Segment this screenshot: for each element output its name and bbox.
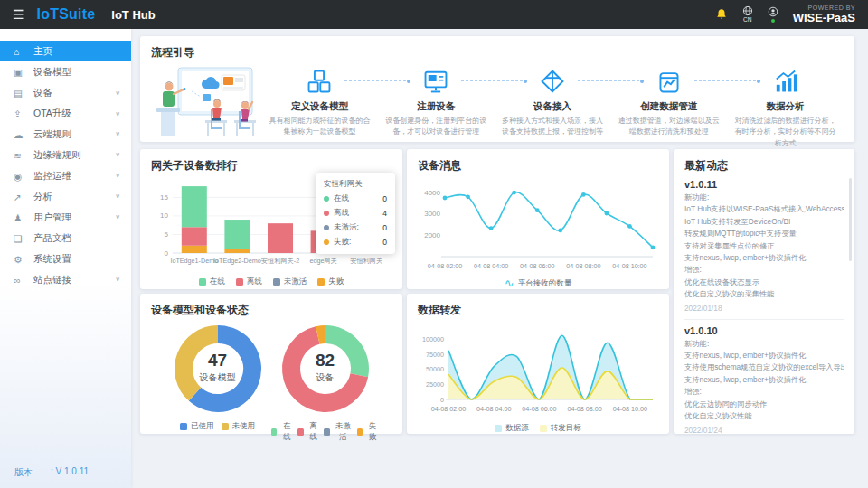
guide-step-desc: 通过数据管道，对边缘端以及云端数据进行清洗和预处理 [617, 116, 721, 138]
line-chart-title: 设备消息 [418, 158, 658, 174]
sidebar-item-边缘端规则[interactable]: ≋边缘端规则∨ [0, 145, 131, 165]
sidebar-item-label: 产品文档 [33, 232, 71, 245]
legend-swatch [273, 278, 280, 286]
legend-item[interactable]: 失败 [317, 277, 344, 287]
sidebar-item-云端规则[interactable]: ☁云端规则∨ [0, 124, 131, 145]
tooltip-row: 在线0 [324, 193, 387, 204]
sidebar-item-产品文档[interactable]: ❏产品文档 [0, 228, 131, 249]
sidebar-item-设备模型[interactable]: ▣设备模型 [0, 61, 131, 82]
tooltip-row: 失败:0 [324, 237, 387, 248]
model-icon: ▣ [14, 67, 33, 78]
model-donut-chart[interactable] [171, 322, 265, 416]
legend-item[interactable]: 离线 [297, 421, 319, 443]
legend-item[interactable]: 在线 [199, 277, 225, 287]
register-icon [384, 66, 488, 97]
legend-item[interactable]: 未使用 [222, 421, 256, 432]
legend-item[interactable]: 离线 [236, 277, 262, 287]
process-guide-card: 流程引导 [140, 36, 854, 142]
link-icon: ∞ [14, 275, 33, 286]
svg-text:3000: 3000 [424, 210, 440, 218]
guide-step-创建数据管道: 创建数据管道 通过数据管道，对边缘端以及云端数据进行清洗和预处理 [610, 66, 727, 149]
legend-label: 数据源 [505, 423, 529, 434]
tooltip-row: 离线4 [324, 208, 387, 219]
sidebar-item-分析[interactable]: ↗分析∨ [0, 186, 131, 207]
legend-label: 离线 [247, 277, 262, 287]
line-chart[interactable]: 20003000400004-08 02:0004-08 04:0004-08 … [418, 177, 658, 275]
cubes-icon [268, 66, 372, 97]
analysis-icon: ↗ [14, 192, 33, 202]
user-icon [768, 6, 778, 17]
news-line: 支持nexus, lwcp, ember+协议插件化 [684, 252, 844, 264]
sidebar-item-label: 云端规则 [33, 128, 71, 141]
home-icon: ⌂ [14, 46, 33, 57]
sidebar-item-设备[interactable]: ▤设备∨ [0, 82, 131, 103]
news-line: 支持使用schema规范自定义协议的excel导入导出 [684, 361, 844, 373]
legend-swatch [357, 428, 363, 436]
legend-label: 失败 [366, 421, 379, 443]
user-menu[interactable] [768, 6, 778, 23]
guide-step-title: 设备接入 [501, 100, 605, 113]
legend-item[interactable]: 未激活 [324, 421, 352, 443]
sidebar: ⌂主页▣设备模型▤设备∨⇪OTA升级∨☁云端规则∨≋边缘端规则∨◉监控运维∨↗分… [0, 29, 131, 488]
notifications-button[interactable] [715, 8, 728, 21]
language-switcher[interactable]: CN [742, 5, 753, 23]
monitor-icon: ◉ [14, 171, 33, 182]
area-chart-legend: 数据源转发目标 [418, 423, 658, 434]
news-line: 增强: [684, 386, 844, 398]
device-icon: ▤ [14, 88, 33, 99]
svg-text:100000: 100000 [422, 335, 444, 343]
svg-text:安恒利网关-2: 安恒利网关-2 [261, 257, 299, 265]
news-line: 支持对采集属性点位的修正 [684, 240, 844, 252]
pipeline-icon [617, 66, 721, 97]
sidebar-item-label: 系统设置 [33, 253, 71, 266]
svg-text:IoTEdge1-Demo: IoTEdge1-Demo [170, 257, 218, 265]
legend-swatch [317, 278, 325, 286]
svg-text:04-08 10:00: 04-08 10:00 [612, 262, 646, 270]
area-chart[interactable]: 025000500007500010000004-08 02:0004-08 0… [418, 322, 658, 419]
device-messages-card: 设备消息 20003000400004-08 02:0004-08 04:000… [407, 149, 669, 289]
hamburger-icon[interactable]: ☰ [13, 7, 24, 22]
gateway-ranking-card: 网关子设备数排行 051015IoTEdge1-DemoIoTEdge2-Dem… [140, 149, 402, 289]
data-forward-card: 数据转发 025000500007500010000004-08 02:0004… [407, 294, 669, 434]
scrollbar[interactable] [849, 178, 852, 261]
legend-item[interactable]: ∿ 平台接收的数量 [505, 278, 571, 289]
tooltip-row: 未激活:0 [324, 222, 387, 233]
sidebar-item-监控运维[interactable]: ◉监控运维∨ [0, 165, 131, 186]
chevron-down-icon: ∨ [115, 277, 120, 283]
legend-item[interactable]: 在线 [271, 421, 293, 443]
svg-text:25000: 25000 [426, 380, 444, 389]
legend-item[interactable]: 数据源 [495, 423, 529, 434]
model-donut-legend: 已使用未使用 [164, 421, 271, 432]
guide-step-desc: 对清洗过滤后的数据进行分析，有时序分析，实时分析等不同分析方式 [733, 116, 837, 149]
presentation-illustration [151, 64, 261, 142]
svg-text:04-08 06:00: 04-08 06:00 [522, 405, 556, 413]
legend-label: 在线 [280, 421, 293, 443]
sidebar-item-站点链接[interactable]: ∞站点链接∨ [0, 269, 131, 290]
legend-item[interactable]: 失败 [357, 421, 379, 443]
news-list: v1.0.11新功能:IoT Hub支持以WISE-PaaS格式接入,WebAc… [684, 179, 844, 434]
svg-text:0: 0 [165, 249, 169, 258]
sidebar-item-用户管理[interactable]: ♟用户管理∨ [0, 207, 131, 228]
legend-label: 失败 [328, 277, 344, 287]
device-donut-chart[interactable] [278, 322, 373, 416]
legend-label: 离线 [307, 421, 320, 443]
svg-text:5: 5 [165, 230, 169, 239]
legend-item[interactable]: 转发目标 [540, 423, 581, 434]
legend-label: 平台接收的数量 [518, 278, 572, 289]
sidebar-item-OTA升级[interactable]: ⇪OTA升级∨ [0, 103, 131, 124]
legend-item[interactable]: 未激活 [273, 277, 307, 287]
user-icon: ♟ [14, 212, 33, 223]
language-label: CN [743, 17, 751, 23]
svg-text:15: 15 [160, 193, 168, 202]
legend-item[interactable]: 已使用 [180, 421, 214, 432]
guide-step-title: 定义设备模型 [268, 100, 372, 113]
iot-hub-dashboard: ☰ IoTSuite IoT Hub CN [0, 0, 868, 488]
sidebar-item-系统设置[interactable]: ⚙系统设置 [0, 249, 131, 269]
guide-step-title: 数据分析 [733, 100, 837, 113]
news-line: 转发规则MQTT的topic中支持变量 [684, 228, 844, 239]
guide-step-desc: 具有相同能力或特征的设备的合集被称为一款设备模型 [268, 116, 372, 138]
access-icon [501, 66, 605, 97]
sidebar-item-主页[interactable]: ⌂主页 [0, 41, 131, 61]
legend-swatch [236, 278, 243, 286]
chevron-down-icon: ∨ [115, 173, 120, 179]
